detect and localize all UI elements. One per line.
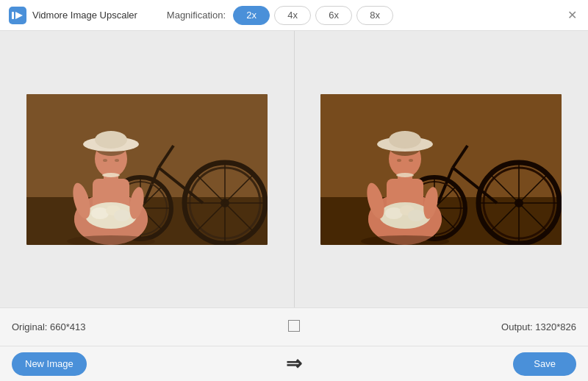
title-bar: Vidmore Image Upscaler Magnification: 2x…: [0, 0, 588, 31]
mag-8x-button[interactable]: 8x: [356, 6, 393, 25]
svg-point-30: [114, 210, 130, 221]
mag-4x-button[interactable]: 4x: [274, 6, 311, 25]
output-photo: [320, 94, 562, 245]
original-photo: [26, 94, 268, 245]
svg-rect-80: [320, 94, 562, 245]
svg-point-39: [115, 159, 119, 162]
magnification-label: Magnification:: [167, 10, 226, 21]
arrow-icon-container: ⇒: [286, 352, 302, 375]
main-content: [0, 31, 588, 307]
app-title: Vidmore Image Upscaler: [32, 10, 137, 21]
close-button[interactable]: ✕: [564, 8, 579, 23]
expand-icon-container: [288, 320, 300, 335]
original-info: Original: 660*413: [12, 321, 85, 332]
output-photo-svg: [320, 94, 562, 245]
svg-point-38: [103, 159, 107, 162]
svg-rect-5: [26, 94, 268, 197]
output-info: Output: 1320*826: [501, 321, 576, 332]
mag-2x-button[interactable]: 2x: [233, 6, 270, 25]
expand-icon: [288, 320, 300, 332]
svg-point-40: [102, 173, 120, 177]
info-bar: Original: 660*413 Output: 1320*826: [0, 307, 588, 346]
save-button[interactable]: Save: [513, 352, 576, 376]
magnification-buttons: 2x 4x 6x 8x: [233, 6, 393, 25]
new-image-button[interactable]: New Image: [12, 352, 87, 376]
svg-point-37: [95, 131, 127, 149]
bottom-bar: New Image ⇒ Save: [0, 346, 588, 381]
original-photo-svg: [26, 94, 268, 245]
mag-6x-button[interactable]: 6x: [315, 6, 352, 25]
svg-rect-2: [12, 12, 14, 19]
app-logo-icon: [9, 7, 26, 24]
right-arrow-icon: ⇒: [286, 352, 302, 374]
output-image-panel: [295, 31, 589, 307]
close-icon: ✕: [567, 8, 577, 22]
original-image-panel: [0, 31, 294, 307]
